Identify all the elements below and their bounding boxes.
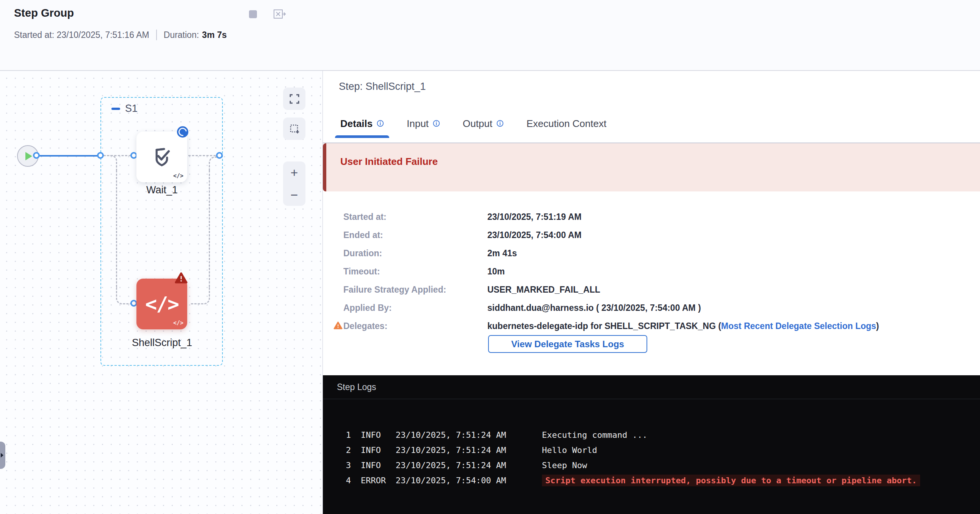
shell-node-label: ShellScript_1 [118, 337, 207, 349]
detail-label: Failure Strategy Applied: [343, 285, 487, 295]
detail-label: Ended at: [343, 230, 487, 240]
step-tabs: DetailsInputOutputExecution Context [340, 118, 606, 138]
detail-row: Failure Strategy Applied:USER_MARKED_FAI… [343, 280, 879, 299]
step-group-header: Step Group Started at: 23/10/2025, 7:51:… [0, 0, 980, 71]
connector-group-in[interactable] [97, 152, 104, 159]
step-logs-panel: Step Logs 1INFO23/10/2025, 7:51:24 AMExe… [323, 375, 980, 514]
log-timestamp: 23/10/2025, 7:54:00 AM [396, 476, 531, 485]
tab-input[interactable]: Input [407, 118, 440, 138]
abort-expired-button[interactable] [273, 8, 286, 20]
log-message: Script execution interrupted, possibly d… [542, 474, 920, 486]
detail-row: Started at:23/10/2025, 7:51:19 AM [343, 208, 879, 226]
info-icon [377, 118, 384, 130]
connector-start-out[interactable] [33, 152, 40, 159]
detail-row: Delegates:kubernetes-delegate-idp for SH… [343, 317, 879, 335]
abort-exit-icon [273, 8, 286, 20]
tab-output[interactable]: Output [463, 118, 504, 138]
step-details-panel: Step: ShellScript_1 DetailsInputOutputEx… [323, 71, 980, 514]
detail-value: siddhant.dua@harness.io ( 23/10/2025, 7:… [487, 303, 701, 313]
fullscreen-icon [289, 94, 300, 104]
code-glyph: </> [173, 320, 183, 326]
delegate-selection-logs-link[interactable]: Most Recent Delegate Selection Logs [721, 321, 876, 331]
tab-label: Output [463, 118, 492, 130]
tab-execution-context[interactable]: Execution Context [527, 118, 606, 138]
detail-value: 23/10/2025, 7:51:19 AM [487, 212, 581, 222]
log-level: ERROR [361, 476, 388, 485]
detail-value: kubernetes-delegate-idp for SHELL_SCRIPT… [487, 321, 879, 331]
log-message: Hello World [542, 446, 597, 455]
warning-icon [334, 321, 343, 331]
edge-branch-left-vertical [116, 170, 117, 287]
stop-button[interactable] [246, 8, 259, 20]
log-timestamp: 23/10/2025, 7:51:24 AM [396, 461, 531, 470]
log-timestamp: 23/10/2025, 7:51:24 AM [396, 446, 531, 455]
tab-label: Input [407, 118, 429, 130]
group-label: S1 [125, 103, 138, 115]
detail-row: Duration:2m 41s [343, 244, 879, 262]
log-line: 1INFO23/10/2025, 7:51:24 AMExecuting com… [343, 427, 980, 442]
connector-group-out[interactable] [216, 152, 223, 159]
detail-row: Timeout:10m [343, 262, 879, 280]
edge-branch-right-bottom-curve [191, 286, 210, 304]
code-glyph: </> [173, 172, 183, 179]
log-level: INFO [361, 446, 388, 455]
collapse-group-icon[interactable] [111, 108, 120, 110]
node-shellscript-1[interactable]: </> </> [137, 278, 187, 329]
detail-value: 2m 41s [487, 248, 517, 258]
detail-label: Duration: [343, 248, 487, 258]
edge-start-to-group [37, 155, 101, 156]
zoom-in-button[interactable]: + [291, 166, 298, 179]
shell-script-icon: </> [145, 293, 178, 315]
log-message: Sleep Now [542, 461, 587, 470]
pipeline-graph-canvas[interactable]: S1 </> Wait_1 </> </> [0, 71, 323, 514]
marquee-select-button[interactable] [283, 118, 305, 140]
play-icon [25, 152, 32, 160]
node-wait-1[interactable]: </> [137, 132, 187, 182]
duration-label: Duration: [164, 30, 199, 40]
shield-check-icon [149, 145, 174, 169]
tab-label: Execution Context [527, 118, 606, 130]
log-level: INFO [361, 430, 388, 440]
detail-label: Delegates: [343, 321, 487, 331]
step-logs-title: Step Logs [337, 382, 376, 392]
duration-value: 3m 7s [202, 30, 227, 40]
view-delegate-tasks-logs-button[interactable]: View Delegate Tasks Logs [488, 335, 647, 353]
detail-label: Applied By: [343, 303, 487, 313]
log-message: Executing command ... [542, 430, 647, 440]
log-line: 4ERROR23/10/2025, 7:54:00 AMScript execu… [343, 473, 980, 488]
detail-row: Applied By:siddhant.dua@harness.io ( 23/… [343, 299, 879, 317]
edge-wait-to-group-end [188, 155, 220, 156]
marquee-selection-icon [289, 124, 300, 134]
expand-panel-handle[interactable] [0, 442, 5, 469]
log-line-number: 3 [343, 461, 351, 470]
step-details-list: Started at:23/10/2025, 7:51:19 AMEnded a… [343, 208, 879, 335]
detail-row: Ended at:23/10/2025, 7:54:00 AM [343, 226, 879, 244]
page-title: Step Group [14, 7, 74, 19]
failure-banner: User Initiated Failure [323, 143, 980, 191]
edge-branch-left-top-curve [103, 155, 117, 171]
log-timestamp: 23/10/2025, 7:51:24 AM [396, 430, 531, 440]
tab-details[interactable]: Details [340, 118, 384, 138]
header-divider [156, 30, 157, 40]
log-line-number: 1 [343, 430, 351, 440]
detail-value: 23/10/2025, 7:54:00 AM [487, 230, 581, 240]
log-level: INFO [361, 461, 388, 470]
step-logs-header: Step Logs [323, 375, 980, 399]
wait-node-label: Wait_1 [125, 184, 199, 196]
tab-label: Details [340, 118, 372, 130]
log-line-number: 2 [343, 446, 351, 455]
info-icon [433, 118, 440, 130]
info-icon [496, 118, 504, 130]
failed-status-badge [175, 272, 188, 285]
fit-to-screen-button[interactable] [283, 88, 305, 110]
chevron-right-icon [0, 453, 4, 458]
log-line: 3INFO23/10/2025, 7:51:24 AMSleep Now [343, 458, 980, 473]
failure-banner-text: User Initiated Failure [340, 156, 438, 167]
stop-icon [249, 10, 257, 18]
detail-value: USER_MARKED_FAIL_ALL [487, 285, 600, 295]
log-lines[interactable]: 1INFO23/10/2025, 7:51:24 AMExecuting com… [323, 399, 980, 488]
edge-branch-right-top-curve [209, 156, 221, 172]
zoom-out-button[interactable]: − [291, 188, 298, 201]
detail-value: 10m [487, 266, 505, 277]
detail-value-suffix: ) [876, 321, 879, 331]
